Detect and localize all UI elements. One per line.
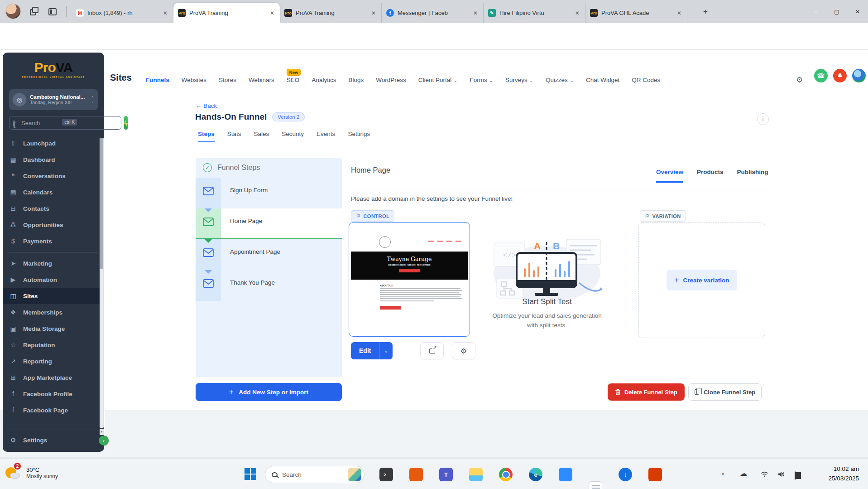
taskbar-search[interactable]: Search [265,466,364,483]
tab-websites[interactable]: Websites [182,77,206,83]
arrow-app-icon[interactable]: ↓ [619,468,632,481]
tab-stores[interactable]: Stores [219,77,236,83]
tab-publishing[interactable]: Publishing [737,169,768,183]
sidebar-item-facebook-profile[interactable]: fFacebook Profile [3,386,104,402]
tab-overview[interactable]: Overview [656,169,683,183]
sidebar-item-conversations[interactable]: ❝Conversations [3,168,104,184]
battery-charging-icon[interactable] [795,472,796,480]
phone-button[interactable]: ☎ [814,69,828,82]
back-link[interactable]: ← Back [196,102,217,109]
scrollbar-thumb[interactable] [100,138,103,269]
weather-widget[interactable]: 2 30°C Mostly sunny [5,464,58,482]
tab-security[interactable]: Security [282,131,304,142]
sidebar-item-reporting[interactable]: ↗Reporting [3,353,104,369]
page-settings-button[interactable]: ⚙ [452,342,475,359]
location-switcher[interactable]: ◎ Cambatong National... Tandag, Region X… [9,89,98,110]
step-thank-you-page[interactable]: Thank You Page [196,270,342,301]
sidebar-item-marketing[interactable]: ➤Marketing [3,255,104,271]
sidebar-item-dashboard[interactable]: ▦Dashboard [3,151,104,168]
edit-button[interactable]: Edit [351,342,379,359]
browser-profile-avatar[interactable] [5,4,21,19]
sidebar-collapse-button[interactable]: ‹ [99,436,109,445]
step-appointment-page[interactable]: Appointment Page [196,239,342,270]
notepad-icon[interactable] [589,481,602,489]
tab-client-portal[interactable]: Client Portal⌄ [418,77,458,83]
info-icon[interactable]: i [757,113,769,125]
browser-tab-prova-training-active[interactable]: Pro ProVA Training ✕ [173,3,280,23]
tab-steps[interactable]: Steps [198,131,215,142]
step-sign-up-form[interactable]: Sign Up Form [196,178,342,208]
tab-close-icon[interactable]: ✕ [369,9,378,17]
tab-close-icon[interactable]: ✕ [161,9,169,17]
tab-blogs[interactable]: Blogs [348,77,364,83]
tab-wordpress[interactable]: WordPress [376,77,406,83]
tab-products[interactable]: Products [697,169,724,183]
tab-quizzes[interactable]: Quizzes⌄ [546,77,574,83]
add-new-step-button[interactable]: +Add New Step or Import [196,383,342,401]
tab-surveys[interactable]: Surveys⌄ [505,77,533,83]
file-explorer-icon[interactable] [469,468,483,481]
sidebar-item-launchpad[interactable]: ⇧Launchpad [3,135,104,151]
create-variation-button[interactable]: +Create variation [667,270,737,290]
clone-funnel-step-button[interactable]: Clone Funnel Step [688,383,762,401]
start-button[interactable] [245,468,256,480]
sidebar-item-calendars[interactable]: ▤Calendars [3,184,104,200]
tab-close-icon[interactable]: ✕ [675,9,683,17]
chrome-icon[interactable] [499,468,513,481]
red-app-icon[interactable] [648,468,662,481]
volume-icon[interactable] [778,471,785,479]
tab-close-icon[interactable]: ✕ [268,9,276,17]
onedrive-cloud-icon[interactable]: ☁ [740,469,747,478]
sidebar-item-payments[interactable]: $Payments [3,233,104,249]
window-minimize-button[interactable]: ─ [806,0,826,23]
sidebar-item-reputation[interactable]: ☆Reputation [3,337,104,353]
window-close-button[interactable]: ✕ [847,0,868,23]
tab-funnels[interactable]: Funnels [146,77,169,83]
scrollbar-down-arrow[interactable]: ▾ [100,429,104,435]
tab-analytics[interactable]: Analytics [312,77,336,83]
sidebar-item-sites[interactable]: ◫Sites [3,288,104,304]
tab-close-icon[interactable]: ✕ [573,9,581,17]
sidebar-item-facebook-page[interactable]: fFacebook Page [3,402,104,418]
control-page-preview[interactable]: Twayne Garage Reliable Rides: Hassle Fre… [349,222,470,337]
edit-dropdown-chevron[interactable]: ⌄ [379,342,392,359]
sidebar-item-contacts[interactable]: ⊟Contacts [3,200,104,217]
browser-tab-gmail[interactable]: M Inbox (1,849) - rh ✕ [72,3,173,23]
tab-close-icon[interactable]: ✕ [471,9,480,17]
sidebar-item-settings[interactable]: ⚙Settings [3,432,104,448]
notifications-bell-button[interactable] [833,69,847,82]
tab-chat-widget[interactable]: Chat Widget [586,77,619,83]
sidebar-item-automation[interactable]: ▶Automation [3,271,104,288]
sidebar-item-app-marketplace[interactable]: ⊞App Marketplace [3,369,104,386]
tab-sales[interactable]: Sales [254,131,269,142]
edge-icon[interactable]: e [529,468,542,481]
teams-icon[interactable]: T [439,468,453,481]
wifi-icon[interactable] [761,471,768,479]
sidebar-item-opportunities[interactable]: ⁂Opportunities [3,217,104,233]
window-maximize-button[interactable]: ▢ [826,0,847,23]
step-home-page[interactable]: Home Page [196,208,342,239]
clock-date[interactable]: 10:02 am 25/03/2025 [828,464,859,483]
sidebar-item-media-storage[interactable]: ▣Media Storage [3,320,104,337]
terminal-icon[interactable]: >_ [379,468,393,481]
browser-tab-prova-training-2[interactable]: Pro ProVA Training ✕ [280,3,382,23]
tab-events[interactable]: Events [317,131,335,142]
tab-seo[interactable]: NewSEO [287,77,300,83]
tab-qr-codes[interactable]: QR Codes [632,77,660,83]
user-avatar[interactable] [852,69,866,82]
ai-quick-action-button[interactable]: ϟ [124,116,128,130]
tab-stats[interactable]: Stats [227,131,241,142]
workspaces-icon[interactable] [29,6,40,17]
tray-chevron-icon[interactable]: ˄ [721,471,725,478]
tab-settings[interactable]: Settings [348,131,370,142]
sites-settings-gear-icon[interactable]: ⚙ [796,75,803,85]
tab-panel-icon[interactable] [48,6,59,17]
office-app-icon[interactable] [409,468,423,481]
open-page-external-button[interactable]: ↗ [420,342,444,359]
delete-funnel-step-button[interactable]: Delete Funnel Step [608,383,685,401]
browser-tab-messenger[interactable]: f Messenger | Faceb ✕ [382,3,484,23]
browser-tab-hire-filipino[interactable]: ✎ Hire Filipino Virtu ✕ [484,3,585,23]
tab-forms[interactable]: Forms⌄ [470,77,493,83]
pinned-app-icon[interactable] [559,468,572,481]
sidebar-item-memberships[interactable]: ❖Memberships [3,304,104,320]
